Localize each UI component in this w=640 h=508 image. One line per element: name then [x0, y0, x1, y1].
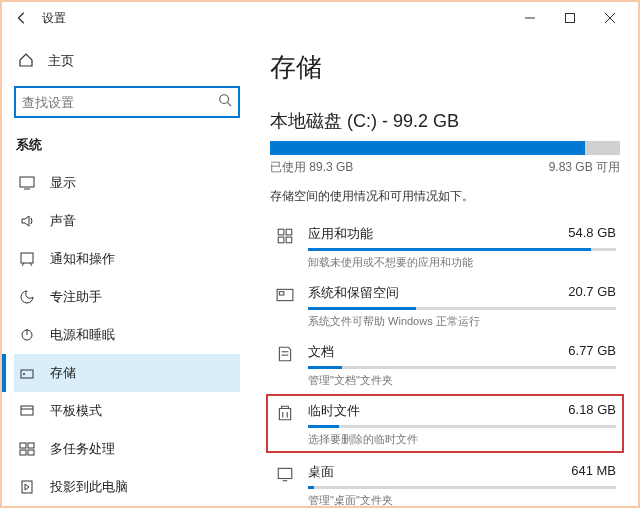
storage-categories: 应用和功能54.8 GB卸载未使用或不想要的应用和功能系统和保留空间20.7 G… [270, 217, 620, 506]
back-button[interactable] [10, 6, 34, 30]
sidebar-item-1[interactable]: 声音 [14, 202, 240, 240]
category-size: 20.7 GB [568, 284, 616, 302]
maximize-button[interactable] [550, 4, 590, 32]
sidebar-item-label: 投影到此电脑 [50, 478, 128, 496]
category-title: 应用和功能 [308, 225, 373, 243]
svg-rect-20 [278, 229, 284, 235]
sidebar-item-6[interactable]: 平板模式 [14, 392, 240, 430]
svg-rect-18 [28, 450, 34, 455]
svg-point-4 [220, 95, 229, 104]
sidebar-item-8[interactable]: 投影到此电脑 [14, 468, 240, 506]
svg-rect-1 [566, 14, 575, 23]
sidebar-item-label: 平板模式 [50, 402, 102, 420]
svg-rect-16 [28, 443, 34, 448]
category-icon [274, 465, 296, 506]
nav-icon [18, 441, 36, 457]
sidebar-item-2[interactable]: 通知和操作 [14, 240, 240, 278]
page-heading: 存储 [270, 50, 620, 85]
minimize-button[interactable] [510, 4, 550, 32]
sidebar-item-label: 通知和操作 [50, 250, 115, 268]
sidebar-item-label: 存储 [50, 364, 76, 382]
sidebar-nav: 显示声音通知和操作专注助手电源和睡眠存储平板模式多任务处理投影到此电脑 [14, 164, 240, 506]
category-bar-fill [308, 425, 339, 428]
category-title: 临时文件 [308, 402, 360, 420]
search-input[interactable] [22, 95, 218, 110]
svg-rect-13 [21, 406, 33, 415]
nav-icon [18, 365, 36, 381]
sidebar-item-3[interactable]: 专注助手 [14, 278, 240, 316]
disk-label: 本地磁盘 (C:) - 99.2 GB [270, 109, 620, 133]
sidebar-home-label: 主页 [48, 52, 74, 70]
close-button[interactable] [590, 4, 630, 32]
svg-rect-30 [278, 468, 292, 478]
sidebar-item-label: 多任务处理 [50, 440, 115, 458]
category-bar-fill [308, 307, 416, 310]
disk-free-label: 9.83 GB 可用 [549, 159, 620, 176]
nav-icon [18, 327, 36, 343]
storage-category-0[interactable]: 应用和功能54.8 GB卸载未使用或不想要的应用和功能 [270, 217, 620, 276]
svg-rect-17 [20, 450, 26, 455]
storage-category-4[interactable]: 桌面641 MB管理"桌面"文件夹 [270, 455, 620, 506]
svg-line-5 [228, 103, 232, 107]
category-bar [308, 425, 616, 428]
category-title: 桌面 [308, 463, 334, 481]
search-box[interactable] [14, 86, 240, 118]
category-icon [274, 227, 296, 270]
category-subtitle: 系统文件可帮助 Windows 正常运行 [308, 314, 616, 329]
sidebar-item-4[interactable]: 电源和睡眠 [14, 316, 240, 354]
svg-rect-11 [21, 370, 33, 378]
sidebar-item-0[interactable]: 显示 [14, 164, 240, 202]
disk-used-label: 已使用 89.3 GB [270, 159, 353, 176]
content-pane: 存储 本地磁盘 (C:) - 99.2 GB 已使用 89.3 GB 9.83 … [252, 34, 638, 506]
sidebar-item-7[interactable]: 多任务处理 [14, 430, 240, 468]
category-bar [308, 248, 616, 251]
category-title: 文档 [308, 343, 334, 361]
svg-rect-8 [21, 253, 33, 263]
category-subtitle: 选择要删除的临时文件 [308, 432, 616, 447]
category-icon [274, 345, 296, 388]
search-icon [218, 93, 232, 111]
category-bar-fill [308, 366, 342, 369]
usage-description: 存储空间的使用情况和可用情况如下。 [270, 188, 620, 205]
nav-icon [18, 479, 36, 495]
storage-category-2[interactable]: 文档6.77 GB管理"文档"文件夹 [270, 335, 620, 394]
nav-icon [18, 175, 36, 191]
disk-usage-bar [270, 141, 620, 155]
category-icon [274, 404, 296, 447]
category-size: 641 MB [571, 463, 616, 481]
sidebar-item-label: 电源和睡眠 [50, 326, 115, 344]
svg-rect-19 [22, 481, 32, 493]
category-bar-fill [308, 248, 591, 251]
category-size: 54.8 GB [568, 225, 616, 243]
svg-rect-25 [279, 292, 284, 295]
sidebar-item-label: 声音 [50, 212, 76, 230]
nav-icon [18, 213, 36, 229]
svg-rect-21 [286, 229, 292, 235]
svg-rect-6 [20, 177, 34, 187]
category-bar [308, 366, 616, 369]
svg-rect-23 [286, 237, 292, 243]
svg-rect-15 [20, 443, 26, 448]
sidebar: 主页 系统 显示声音通知和操作专注助手电源和睡眠存储平板模式多任务处理投影到此电… [2, 34, 252, 506]
storage-category-3[interactable]: 临时文件6.18 GB选择要删除的临时文件 [266, 394, 624, 453]
home-icon [18, 52, 34, 71]
category-subtitle: 管理"文档"文件夹 [308, 373, 616, 388]
nav-icon [18, 403, 36, 419]
window-title: 设置 [42, 10, 66, 27]
category-icon [274, 286, 296, 329]
svg-rect-22 [278, 237, 284, 243]
storage-category-1[interactable]: 系统和保留空间20.7 GB系统文件可帮助 Windows 正常运行 [270, 276, 620, 335]
category-size: 6.18 GB [568, 402, 616, 420]
sidebar-home[interactable]: 主页 [14, 44, 240, 78]
category-bar-fill [308, 486, 314, 489]
category-title: 系统和保留空间 [308, 284, 399, 302]
category-bar [308, 486, 616, 489]
sidebar-section-title: 系统 [14, 136, 240, 154]
sidebar-item-label: 显示 [50, 174, 76, 192]
nav-icon [18, 251, 36, 267]
sidebar-item-label: 专注助手 [50, 288, 102, 306]
disk-usage-fill [270, 141, 585, 155]
sidebar-item-5[interactable]: 存储 [14, 354, 240, 392]
category-size: 6.77 GB [568, 343, 616, 361]
category-subtitle: 卸载未使用或不想要的应用和功能 [308, 255, 616, 270]
